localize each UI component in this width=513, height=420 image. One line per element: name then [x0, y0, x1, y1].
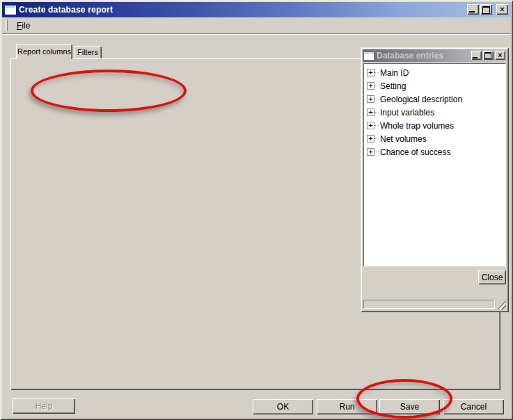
ok-button[interactable]: OK [253, 399, 313, 414]
help-button: Help [13, 398, 75, 414]
tree-item-label[interactable]: Net volumes [379, 134, 427, 144]
menu-gripper[interactable] [6, 19, 8, 31]
close-icon[interactable]: × [496, 4, 508, 15]
tree-expand-icon[interactable]: + [367, 122, 374, 129]
window-title: Create database report [19, 5, 113, 15]
minimize-icon[interactable] [467, 4, 479, 15]
tree-item-label[interactable]: Setting [379, 81, 406, 91]
tab-report-columns[interactable]: Report columns [16, 44, 72, 59]
palette-title-bar[interactable]: Database entries × [363, 49, 507, 62]
tree-item-label[interactable]: Input variables [379, 108, 434, 118]
tree-expand-icon[interactable]: + [367, 82, 374, 90]
tree-expand-icon[interactable]: + [367, 108, 374, 116]
palette-minimize-icon[interactable] [471, 51, 482, 60]
palette-close-icon[interactable]: × [495, 51, 505, 60]
tree-item[interactable]: +Geological description [367, 92, 505, 106]
tree-item[interactable]: +Net volumes [367, 132, 505, 145]
tree-item[interactable]: +Whole trap volumes [367, 119, 505, 132]
tree-item-label[interactable]: Whole trap volumes [379, 121, 454, 131]
tree-item-label[interactable]: Main ID [379, 68, 409, 78]
menu-file[interactable]: File [13, 19, 33, 32]
app-icon [5, 6, 16, 15]
database-entries-window: Database entries × +Main ID+Setting+Geol… [361, 47, 509, 312]
run-button[interactable]: Run [317, 399, 377, 414]
tree-item[interactable]: +Setting [367, 79, 505, 92]
palette-maximize-icon[interactable] [483, 51, 494, 60]
maximize-icon[interactable] [480, 4, 492, 15]
database-entries-tree: +Main ID+Setting+Geological description+… [363, 63, 506, 266]
save-button[interactable]: Save [379, 399, 440, 414]
tree-expand-icon[interactable]: + [367, 95, 374, 103]
palette-app-icon [364, 52, 374, 60]
tree-expand-icon[interactable]: + [367, 69, 374, 76]
palette-close-button[interactable]: Close [478, 270, 506, 284]
cancel-button[interactable]: Cancel [443, 399, 504, 414]
create-database-report-dialog: Create database report × File Report col… [0, 0, 513, 420]
tree-item[interactable]: +Input variables [367, 106, 505, 119]
resize-grip[interactable] [497, 300, 506, 309]
tree-item[interactable]: +Chance of success [367, 145, 505, 159]
title-bar[interactable]: Create database report × [2, 2, 511, 17]
palette-status-bar [363, 300, 495, 309]
button-separator [494, 4, 495, 15]
tree-expand-icon[interactable]: + [367, 135, 374, 143]
tree-item-label[interactable]: Geological description [379, 95, 462, 104]
tree-item[interactable]: +Main ID [367, 66, 505, 79]
tree-item-label[interactable]: Chance of success [379, 147, 450, 157]
tree-expand-icon[interactable]: + [367, 148, 374, 156]
palette-title: Database entries [377, 51, 443, 60]
menu-bar: File [2, 17, 511, 33]
tab-filters[interactable]: Filters [74, 46, 102, 58]
